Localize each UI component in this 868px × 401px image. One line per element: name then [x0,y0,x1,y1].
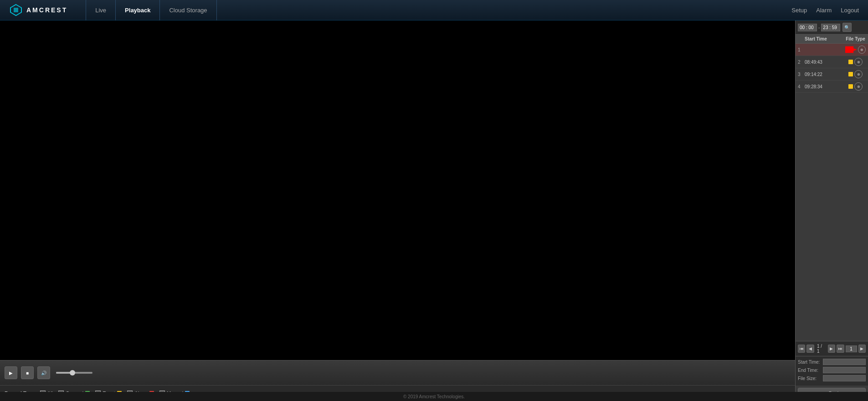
video-player [0,20,795,360]
play-file-btn-1[interactable]: ⊕ [858,46,866,54]
play-file-btn-4[interactable]: ⊕ [854,82,863,91]
first-page-btn[interactable]: ⏮ [798,345,805,353]
topnav: AMCREST Live Playback Cloud Storage Setu… [0,0,868,20]
start-time-input[interactable] [798,24,817,31]
nav-right: Setup Alarm Logout [791,7,859,14]
logo-area: AMCREST [9,3,67,17]
last-page-btn[interactable]: ⏭ [837,345,844,353]
row-time-3: 09:14:22 [805,72,845,77]
row-num-4: 4 [798,84,805,89]
footer: © 2019 Amcrest Technologies. [0,392,868,401]
end-time-input[interactable] [821,24,840,31]
nav-links: Live Playback Cloud Storage [86,0,791,20]
volume-slider[interactable] [56,372,92,374]
table-row[interactable]: 4 09:28:34 ⊕ [796,81,868,93]
file-list-header: Start Time File Type [796,35,868,44]
volume-thumb[interactable] [70,370,75,376]
table-row[interactable]: 1 ⊕ [796,44,868,56]
red-arrow-icon [845,46,857,54]
prev-page-btn[interactable]: ◀ [806,345,814,353]
start-time-label: Start Time: [798,360,823,365]
volume-icon: 🔊 [41,371,46,376]
main-area: ▶ ■ 🔊 Record Type All General [0,20,868,401]
play-file-btn-2[interactable]: ⊕ [854,58,863,66]
row-num-1: 1 [798,47,805,52]
type-dot-3 [848,72,853,76]
svg-marker-2 [845,46,857,53]
go-page-btn[interactable]: ▶ [858,345,866,353]
file-list: 1 ⊕ 2 08:49:43 ⊕ [796,44,868,341]
nav-playback[interactable]: Playback [116,0,160,20]
nav-alarm[interactable]: Alarm [816,7,832,14]
amcrest-logo-icon [9,3,23,17]
end-time-label: End Time: [798,368,823,373]
file-info: Start Time: End Time: File Size: [796,356,868,386]
start-time-row: Start Time: [798,359,866,365]
time-separator: - [818,25,820,30]
stop-button[interactable]: ■ [21,366,34,379]
pagination-bar: ⏮ ◀ 1 / 1 ▶ ⏭ ▶ [796,341,868,356]
volume-button[interactable]: 🔊 [37,366,50,379]
play-file-btn-3[interactable]: ⊕ [854,70,863,78]
row-num-3: 3 [798,72,805,77]
table-row[interactable]: 2 08:49:43 ⊕ [796,56,868,68]
page-number-input[interactable] [846,345,857,352]
row-time-4: 09:28:34 [805,84,845,89]
footer-text: © 2019 Amcrest Technologies. [403,394,465,399]
logo-text: AMCREST [26,6,67,14]
end-time-row: End Time: [798,367,866,373]
row-type-4: ⊕ [845,82,866,91]
file-size-row: File Size: [798,375,866,381]
type-dot-2 [848,60,853,64]
nav-logout[interactable]: Logout [841,7,859,14]
nav-setup[interactable]: Setup [791,7,807,14]
row-type-1: ⊕ [845,46,866,54]
nav-live[interactable]: Live [86,0,116,20]
row-time-2: 08:49:43 [805,60,845,65]
stop-icon: ■ [26,371,29,376]
row-num-2: 2 [798,60,805,65]
controls-bar: ▶ ■ 🔊 [0,360,795,385]
type-dot-4 [848,84,853,89]
file-size-value [823,375,866,381]
start-time-value [823,359,866,365]
time-range: - 🔍 [796,20,868,35]
play-button[interactable]: ▶ [5,366,17,379]
page-info: 1 / 1 [816,344,827,354]
volume-fill [56,372,71,374]
search-button[interactable]: 🔍 [842,23,852,32]
header-start-time: Start Time [805,36,845,41]
nav-cloud-storage[interactable]: Cloud Storage [160,0,216,20]
header-file-type: File Type [845,36,866,41]
table-row[interactable]: 3 09:14:22 ⊕ [796,68,868,81]
svg-rect-1 [14,8,18,12]
play-icon: ▶ [9,371,13,376]
search-icon: 🔍 [844,25,850,30]
header-num [798,36,805,41]
file-size-label: File Size: [798,376,823,381]
end-time-value [823,367,866,373]
next-page-btn[interactable]: ▶ [828,345,835,353]
row-type-2: ⊕ [845,58,866,66]
row-type-3: ⊕ [845,70,866,78]
right-panel: - 🔍 Start Time File Type 1 [795,20,868,401]
video-section: ▶ ■ 🔊 Record Type All General [0,20,795,401]
